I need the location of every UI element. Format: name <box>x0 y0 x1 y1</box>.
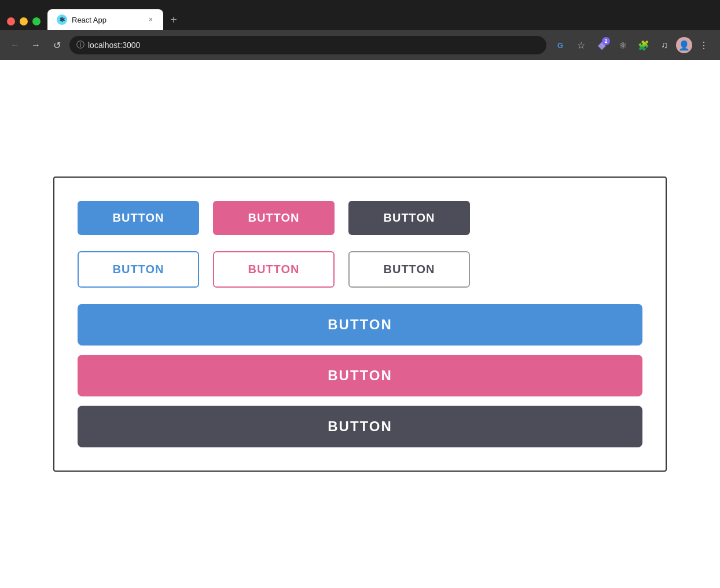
bookmark-button[interactable]: ☆ <box>572 36 590 54</box>
forward-button[interactable]: → <box>28 37 44 53</box>
react-devtools-button[interactable]: ⚛ <box>614 36 632 54</box>
translate-icon: G <box>557 41 563 50</box>
reload-icon: ↺ <box>53 40 61 51</box>
more-button[interactable]: ⋮ <box>695 36 713 54</box>
browser-window: ⚛ React App × + ← → ↺ ⓘ localhost:3000 G… <box>0 0 720 588</box>
full-dark-button[interactable]: BUTTON <box>78 406 642 447</box>
full-secondary-button[interactable]: BUTTON <box>78 355 642 396</box>
outline-buttons-row: BUTTON BUTTON BUTTON <box>78 251 642 288</box>
info-icon: ⓘ <box>76 40 85 50</box>
full-primary-button[interactable]: BUTTON <box>78 304 642 346</box>
minimize-button[interactable] <box>20 17 28 25</box>
tab-title: React App <box>72 16 143 24</box>
navigation-bar: ← → ↺ ⓘ localhost:3000 G ☆ ◆ 2 ⚛ <box>0 30 720 60</box>
full-width-section: BUTTON BUTTON BUTTON <box>78 304 642 447</box>
tab-favicon-icon: ⚛ <box>57 14 67 25</box>
dark-solid-button[interactable]: BUTTON <box>348 201 470 235</box>
demo-container: BUTTON BUTTON BUTTON BUTTON BUTTON BUTTO… <box>53 177 667 472</box>
reload-button[interactable]: ↺ <box>49 37 65 53</box>
address-text: localhost:3000 <box>88 41 140 50</box>
window-controls <box>7 17 41 30</box>
primary-solid-button[interactable]: BUTTON <box>78 201 199 235</box>
active-tab[interactable]: ⚛ React App × <box>47 9 163 30</box>
solid-buttons-row: BUTTON BUTTON BUTTON <box>78 201 642 235</box>
tab-bar: ⚛ React App × + <box>0 0 720 30</box>
forward-icon: → <box>31 40 41 50</box>
more-icon: ⋮ <box>699 40 708 51</box>
music-button[interactable]: ♫ <box>655 36 674 54</box>
nav-actions: G ☆ ◆ 2 ⚛ 🧩 ♫ 👤 ⋮ <box>551 36 713 54</box>
new-tab-button[interactable]: + <box>166 12 182 28</box>
back-icon: ← <box>10 40 20 50</box>
react-icon: ⚛ <box>59 16 65 24</box>
profile-avatar[interactable]: 👤 <box>676 37 692 53</box>
avatar-icon: 👤 <box>678 40 690 51</box>
back-button[interactable]: ← <box>7 37 23 53</box>
primary-outline-button[interactable]: BUTTON <box>78 251 199 288</box>
extensions-button[interactable]: 🧩 <box>634 36 653 54</box>
tab-close-button[interactable]: × <box>148 16 154 24</box>
music-icon: ♫ <box>661 40 668 50</box>
address-bar[interactable]: ⓘ localhost:3000 <box>69 36 546 54</box>
puzzle-icon: 🧩 <box>638 40 649 51</box>
translate-button[interactable]: G <box>551 36 570 54</box>
maximize-button[interactable] <box>32 17 41 25</box>
react-devtools-icon: ⚛ <box>619 40 627 51</box>
badge-count: 2 <box>602 37 610 45</box>
dark-outline-button[interactable]: BUTTON <box>348 251 470 288</box>
secondary-outline-button[interactable]: BUTTON <box>213 251 335 288</box>
page-content: BUTTON BUTTON BUTTON BUTTON BUTTON BUTTO… <box>0 60 720 588</box>
bookmark-icon: ☆ <box>577 40 585 51</box>
close-button[interactable] <box>7 17 15 25</box>
extension-badge[interactable]: ◆ 2 <box>593 36 611 54</box>
secondary-solid-button[interactable]: BUTTON <box>213 201 335 235</box>
